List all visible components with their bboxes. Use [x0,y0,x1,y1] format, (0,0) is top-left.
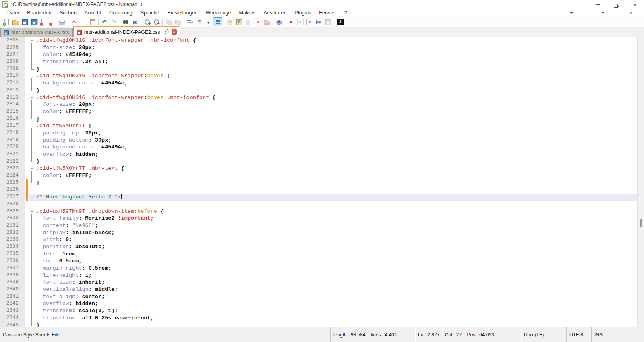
line-number[interactable]: 2824 [0,172,25,179]
code-line[interactable]: 2821 overflow: hidden; [0,151,637,158]
minimize-button[interactable] [588,0,607,9]
status-encoding[interactable]: UTF-8 [566,327,591,342]
show-all-characters-button[interactable] [195,17,204,26]
line-number[interactable]: 2819 [0,137,25,144]
menu-makros[interactable]: Makros [235,9,259,16]
find-button[interactable] [121,17,130,26]
line-number[interactable]: 2812 [0,87,25,94]
line-number[interactable]: 2834 [0,243,25,251]
undo-button[interactable] [100,17,109,26]
vertical-scrollbar[interactable] [637,37,644,327]
line-number[interactable]: 2805 [0,37,25,44]
code-line[interactable]: 2828 [0,201,637,208]
folder-as-workspace-button[interactable] [262,17,271,26]
line-number[interactable]: 2836 [0,258,25,265]
code-line[interactable]: 2807 color: #45494e; [0,51,637,58]
code-line[interactable]: 2840 vertical-align: middle; [0,286,637,293]
stop-recording-button[interactable] [296,17,305,26]
code-line[interactable]: 2844 transition: all 0.25s ease-in-out; [0,315,637,322]
line-number[interactable]: 2820 [0,144,25,151]
line-number[interactable]: 2809 [0,66,25,73]
code-line[interactable]: 2829.cid-uxH597Mn9T .dropdown-item:befor… [0,208,637,215]
code-line[interactable]: 2818 padding-top: 30px; [0,130,637,137]
copy-button[interactable] [79,17,88,26]
line-number[interactable]: 2815 [0,108,25,115]
scrollbar-thumb[interactable] [640,219,642,227]
show-indent-guide-button[interactable] [213,17,222,26]
menu-ansicht[interactable]: Ansicht [81,9,105,16]
function-list-button[interactable] [253,17,262,26]
line-number[interactable]: 2807 [0,51,25,58]
code-line[interactable]: 2845} [0,322,637,327]
status-cursor-position[interactable]: Ln : 2.827 Col : 27 Pos : 64.693 [415,327,521,342]
line-number[interactable]: 2829 [0,208,25,215]
code-line[interactable]: 2835 left: 1rem; [0,251,637,258]
playback-macro-button[interactable] [305,17,314,26]
save-file-button[interactable] [20,17,29,26]
line-number[interactable]: 2831 [0,222,25,229]
line-number[interactable]: 2825 [0,179,25,187]
menu-plugins[interactable]: Plugins [290,9,315,16]
line-number[interactable]: 2822 [0,158,25,165]
code-line[interactable]: 2820 background-color: #45494e; [0,144,637,151]
code-line[interactable]: 2830 font-family: Moririse2 !important; [0,215,637,222]
zoom-in-button[interactable] [143,17,152,26]
menu-datei[interactable]: Datei [3,9,23,16]
status-eol-format[interactable]: Unix (LF) [521,327,566,342]
fold-collapse-box[interactable] [29,94,35,101]
restore-button[interactable] [607,0,625,9]
code-line[interactable]: 2810.cid-tfwg1OK31G .iconfont-wrapper:ho… [0,72,637,80]
menu-?[interactable]: ? [340,9,351,16]
replace-button[interactable] [130,17,140,26]
save-recorded-macro-button[interactable] [323,17,333,26]
line-number[interactable]: 2817 [0,122,25,130]
code-line[interactable]: 2805.cid-tfwg1OK31G .iconfont-wrapper .m… [0,37,637,44]
fold-collapse-box[interactable] [29,208,35,215]
tab-list-button[interactable]: ▼ [599,9,607,17]
close-file-button[interactable] [39,17,48,26]
new-file-button[interactable] [2,17,11,26]
status-insert-mode[interactable]: INS [591,327,644,342]
code-line[interactable]: 2832 display: inline-block; [0,229,637,237]
line-number[interactable]: 2842 [0,300,25,307]
code-line[interactable]: 2836 top: 0.5rem; [0,258,637,265]
code-line[interactable]: 2815 color: #FFFFFF; [0,108,637,115]
run-macro-multiple-times-button[interactable] [314,17,323,26]
zoom-out-button[interactable] [152,17,161,26]
line-number[interactable]: 2840 [0,286,25,293]
code-line[interactable]: 2834 position: absolute; [0,243,637,251]
code-line[interactable]: 2839 font-size: inherit; [0,279,637,286]
synchronize-vertical-scrolling-button[interactable] [164,17,173,26]
line-number[interactable]: 2833 [0,236,25,243]
code-line[interactable]: 2843 transform: scale(0, 1); [0,307,637,315]
code-line[interactable]: 2842 overflow: hidden; [0,300,637,307]
code-line[interactable]: 2809} [0,66,637,73]
code-line[interactable]: 2816} [0,115,637,123]
new-tab-button[interactable]: + [567,9,576,17]
code-line[interactable]: 2811 background-color: #45494e; [0,80,637,87]
menu-ausfhren[interactable]: Ausführen [259,9,290,16]
code-line[interactable]: 2814 font-size: 20px; [0,101,637,108]
line-number[interactable]: 2839 [0,279,25,286]
code-line[interactable]: 2813.cid-tfwg1OK31G .iconfont-wrapper:ho… [0,94,637,101]
line-number[interactable]: 2806 [0,44,25,52]
show-characters-dropdown-button[interactable] [204,17,213,26]
menu-sprache[interactable]: Sprache [137,9,164,16]
document-list-button[interactable] [244,17,253,26]
code-line[interactable]: 2819 padding-bottom: 30px; [0,137,637,144]
code-line[interactable]: 2826 [0,186,637,194]
line-number[interactable]: 2844 [0,315,25,322]
cut-button[interactable] [69,17,79,26]
line-number[interactable]: 2835 [0,251,25,258]
start-recording-button[interactable] [286,17,296,26]
code-line[interactable]: 2817.cid-tfw5MOYr7T { [0,122,637,130]
fold-collapse-box[interactable] [29,165,35,172]
paste-button[interactable] [88,17,97,26]
code-line[interactable]: 2831 content: "\e966"; [0,222,637,229]
menu-einstellungen[interactable]: Einstellungen [163,9,201,16]
word-wrap-button[interactable] [185,17,195,26]
line-number[interactable]: 2841 [0,293,25,301]
fold-collapse-box[interactable] [29,72,35,80]
code-line[interactable]: 2823.cid-tfw5MOYr7T .mbr-text { [0,165,637,172]
line-number[interactable]: 2814 [0,101,25,108]
